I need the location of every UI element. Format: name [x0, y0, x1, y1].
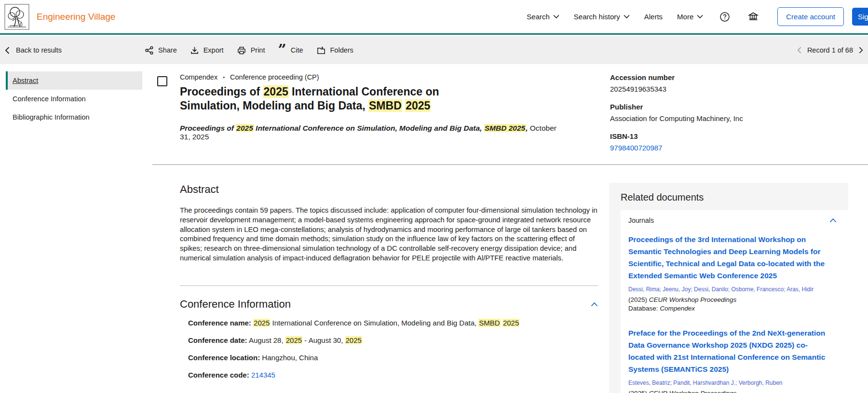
- conference-information-heading: Conference Information: [180, 298, 291, 311]
- share-button[interactable]: Share: [145, 46, 177, 55]
- abstract-section: Abstract The proceedings contain 59 pape…: [180, 183, 598, 263]
- cite-button[interactable]: Cite: [278, 46, 303, 54]
- create-account-button[interactable]: Create account: [777, 7, 844, 26]
- chevron-down-icon: [553, 14, 559, 19]
- brand-title: Engineering Village: [37, 12, 115, 22]
- previous-record-icon[interactable]: [797, 47, 801, 54]
- help-icon[interactable]: [719, 12, 730, 22]
- related-document-database: Database: Compendex: [628, 305, 841, 312]
- conference-location-row: Conference location: Hangzhou, China: [180, 353, 598, 363]
- sidebar-item-abstract[interactable]: Abstract: [6, 71, 142, 90]
- collapse-chevron-up-icon: [829, 218, 837, 223]
- conference-information-header: Conference Information: [180, 298, 598, 311]
- accession-number-block: Accession number 20254919635343: [610, 73, 837, 93]
- record-eyebrow: Compendex • Conference proceeding (CP): [180, 73, 566, 81]
- isbn-block: ISBN-13 9798400720987: [610, 132, 837, 152]
- record-header: Compendex • Conference proceeding (CP) P…: [180, 73, 566, 141]
- export-button[interactable]: Export: [190, 46, 224, 55]
- document-type: Conference proceeding (CP): [230, 73, 319, 81]
- related-document-authors[interactable]: Esteves, Beatriz; Pandit, Harshvardhan J…: [628, 379, 841, 386]
- content-divider: [152, 164, 868, 165]
- related-documents-panel: Related documents Journals Proceedings o…: [609, 183, 848, 393]
- download-icon: [190, 46, 199, 55]
- record-select-checkbox[interactable]: [157, 76, 167, 86]
- next-record-icon[interactable]: [859, 47, 863, 54]
- sidebar-item-conference-information[interactable]: Conference Information: [6, 90, 142, 108]
- related-documents-heading: Related documents: [621, 192, 848, 203]
- nav-more[interactable]: More: [677, 13, 703, 21]
- cite-quote-icon: [278, 46, 286, 54]
- institution-icon[interactable]: [747, 11, 759, 23]
- accession-number-value: 20254919635343: [610, 85, 837, 93]
- conference-date-row: Conference date: August 28, 2025 - Augus…: [180, 336, 598, 345]
- related-document-source: (2025) CEUR Workshop Proceedings: [628, 390, 841, 393]
- record-citation: Proceedings of 2025 International Confer…: [180, 124, 566, 141]
- chevron-down-icon: [697, 14, 703, 19]
- related-document-title-link[interactable]: Proceedings of the 3rd International Wor…: [628, 233, 833, 282]
- record-actions: Share Export: [145, 46, 353, 55]
- folder-add-icon: [316, 46, 326, 55]
- abstract-text: The proceedings contain 59 papers. The t…: [180, 206, 598, 263]
- record-counter: Record 1 of 68: [807, 46, 853, 54]
- journals-group-header[interactable]: Journals: [628, 217, 841, 224]
- chevron-down-icon: [624, 14, 630, 19]
- elsevier-tree-logo: [4, 3, 30, 30]
- chevron-left-icon: [5, 47, 10, 54]
- related-document-item: Proceedings of the 3rd International Wor…: [628, 233, 841, 312]
- record-metadata: Accession number 20254919635343 Publishe…: [610, 73, 837, 162]
- nav-search-history[interactable]: Search history: [574, 13, 630, 21]
- related-documents-card: Journals Proceedings of the 3rd Internat…: [621, 210, 848, 393]
- related-document-title-link[interactable]: Preface for the Proceedings of the 2nd N…: [628, 327, 833, 375]
- printer-icon: [237, 46, 246, 55]
- conference-code-row: Conference code: 214345: [180, 370, 598, 380]
- sidebar-item-bibliographic-information[interactable]: Bibliographic Information: [6, 108, 142, 126]
- database-name: Compendex: [180, 73, 217, 81]
- conference-code-link[interactable]: 214345: [251, 371, 275, 379]
- back-to-results-button[interactable]: Back to results: [5, 46, 62, 54]
- related-document-item: Preface for the Proceedings of the 2nd N…: [628, 327, 841, 393]
- related-document-source: (2025) CEUR Workshop Proceedings: [628, 296, 841, 303]
- engineering-village-record-page: Engineering Village Search Search histor…: [0, 0, 868, 393]
- sign-in-button[interactable]: Sign in: [852, 8, 868, 26]
- print-button[interactable]: Print: [237, 46, 265, 55]
- record-section-nav: Abstract Conference Information Bibliogr…: [6, 71, 142, 126]
- top-header: Engineering Village Search Search histor…: [0, 0, 868, 35]
- record-pagination: Record 1 of 68: [797, 46, 863, 54]
- section-divider: [180, 285, 598, 286]
- isbn-link[interactable]: 9798400720987: [610, 144, 662, 152]
- share-icon: [145, 46, 154, 55]
- related-document-authors[interactable]: Dessi, Rima; Jeenu, Joy; Dessi, Danilo; …: [628, 286, 841, 293]
- collapse-chevron-up-icon[interactable]: [591, 302, 598, 307]
- nav-alerts[interactable]: Alerts: [644, 13, 663, 21]
- conference-name-row: Conference name: 2025 International Conf…: [180, 318, 598, 328]
- record-toolbar: Back to results Share: [0, 36, 868, 64]
- dot-separator: •: [223, 74, 225, 80]
- nav-search[interactable]: Search: [527, 13, 559, 21]
- abstract-heading: Abstract: [180, 183, 598, 196]
- top-navigation: Search Search history Alerts More: [527, 7, 844, 26]
- folders-button[interactable]: Folders: [316, 46, 353, 55]
- conference-information-section: Conference Information Conference name: …: [180, 298, 598, 380]
- record-title: Proceedings of 2025 International Confer…: [180, 85, 566, 113]
- publisher-value: Association for Computing Machinery, Inc: [610, 114, 837, 122]
- publisher-block: Publisher Association for Computing Mach…: [610, 103, 837, 122]
